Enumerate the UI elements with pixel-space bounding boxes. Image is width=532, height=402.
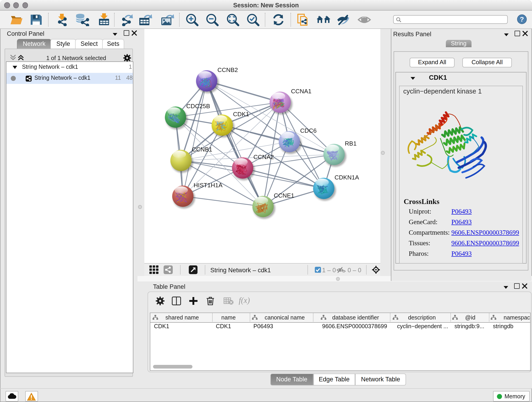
svg-text:CCNB1: CCNB1 — [192, 146, 212, 153]
svg-text:RB1: RB1 — [345, 140, 356, 147]
svg-text:CCNA1: CCNA1 — [291, 88, 311, 95]
svg-text:CCNE1: CCNE1 — [274, 192, 294, 199]
svg-text:CCNA2: CCNA2 — [253, 153, 274, 160]
svg-text:HIST1H1A: HIST1H1A — [194, 182, 223, 189]
svg-text:CDC25B: CDC25B — [186, 103, 210, 109]
svg-text:CDC6: CDC6 — [300, 127, 317, 134]
svg-text:CDK1: CDK1 — [233, 111, 249, 118]
svg-text:CDKN1A: CDKN1A — [335, 174, 359, 181]
svg-text:?: ? — [520, 15, 524, 23]
svg-text:CCNB2: CCNB2 — [217, 66, 238, 73]
